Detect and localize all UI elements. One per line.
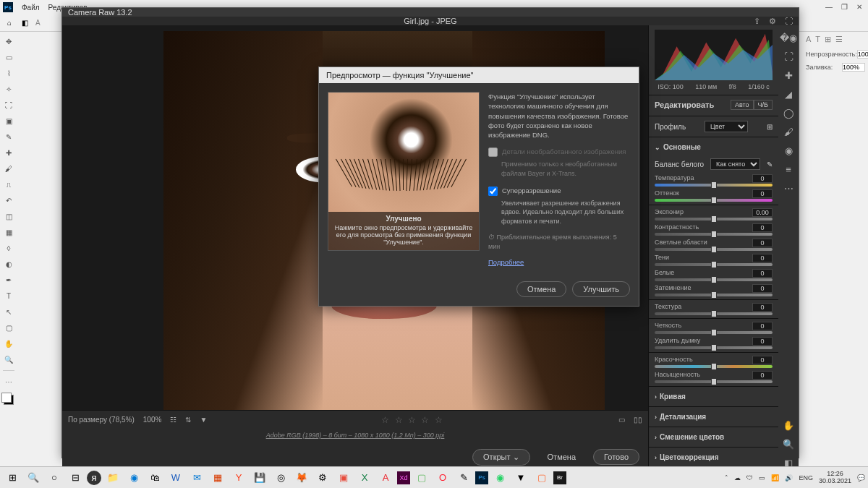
- bw-button[interactable]: Ч/Б: [754, 100, 773, 110]
- section-Цветокоррекция[interactable]: Цветокоррекция: [649, 449, 778, 466]
- frame-tool-icon[interactable]: ▣: [2, 114, 15, 127]
- histogram[interactable]: [655, 30, 773, 80]
- auto-button[interactable]: Авто: [731, 100, 754, 110]
- app4-icon[interactable]: ▢: [532, 468, 551, 487]
- fullscreen-icon[interactable]: ⛶: [785, 17, 793, 26]
- rating-stars[interactable]: ☆ ☆ ☆ ☆ ☆: [381, 415, 443, 425]
- mask-tab-icon[interactable]: ◢: [782, 87, 795, 100]
- slider-vib[interactable]: Красочность0: [649, 354, 778, 369]
- search-icon[interactable]: 🔍: [24, 468, 43, 487]
- marquee-tool-icon[interactable]: ▭: [2, 51, 15, 64]
- section-basic[interactable]: Основные: [649, 139, 778, 155]
- cortana-icon[interactable]: ○: [45, 468, 64, 487]
- dodge-tool-icon[interactable]: ◐: [2, 257, 15, 270]
- profile-select[interactable]: Цвет: [705, 121, 748, 132]
- opera-icon[interactable]: O: [433, 468, 452, 487]
- edit-toolbar-icon[interactable]: ⋯: [2, 375, 15, 388]
- history-brush-icon[interactable]: ↶: [2, 194, 15, 207]
- start-icon[interactable]: ⊞: [3, 468, 22, 487]
- tray-wifi-icon[interactable]: 📶: [771, 474, 779, 481]
- close-button[interactable]: ✕: [856, 3, 862, 11]
- heal-tool-icon[interactable]: ✚: [2, 146, 15, 159]
- whatsapp-icon[interactable]: ◉: [490, 468, 509, 487]
- slider-black[interactable]: Затемнение0: [649, 283, 778, 298]
- slider-sat[interactable]: Насыщенность0: [649, 369, 778, 385]
- compare-icon[interactable]: ▭: [618, 416, 625, 424]
- word-icon[interactable]: W: [166, 468, 185, 487]
- cr-image-info[interactable]: Adobe RGB (1998) – 8 бит – 1080 x 1080 (…: [62, 429, 648, 445]
- brush-tool-icon[interactable]: 🖌: [2, 162, 15, 175]
- open-button[interactable]: Открыт ⌄: [472, 449, 530, 466]
- cancel-button[interactable]: Отмена: [537, 450, 586, 464]
- slider-dehaze[interactable]: Удалить дымку0: [649, 335, 778, 351]
- dialog-enhance-button[interactable]: Улучшить: [572, 281, 630, 297]
- section-Кривая[interactable]: Кривая: [649, 388, 778, 405]
- heal-tab-icon[interactable]: ✚: [782, 69, 795, 82]
- done-button[interactable]: Готово: [593, 449, 639, 465]
- learn-more-link[interactable]: Подробнее: [488, 258, 524, 266]
- glyph-panel-icon[interactable]: ⊞: [825, 35, 831, 44]
- slider-white[interactable]: Белые0: [649, 267, 778, 283]
- explorer-icon[interactable]: 📁: [103, 468, 122, 487]
- zoom-fit-label[interactable]: По размеру (78,5%): [68, 416, 135, 424]
- slider-clar[interactable]: Четкость0: [649, 320, 778, 335]
- tray-volume-icon[interactable]: 🔊: [785, 474, 793, 481]
- path-tool-icon[interactable]: ↖: [2, 305, 15, 318]
- stamp-tool-icon[interactable]: ⎍: [2, 178, 15, 191]
- excel-icon[interactable]: X: [355, 468, 374, 487]
- taskview-icon[interactable]: ⊟: [66, 468, 85, 487]
- app3-icon[interactable]: ▼: [511, 468, 530, 487]
- tray-battery-icon[interactable]: ▭: [759, 474, 765, 481]
- wb-select[interactable]: Как снято: [710, 158, 760, 170]
- eraser-tool-icon[interactable]: ◫: [2, 210, 15, 223]
- slider-tex[interactable]: Текстура0: [649, 301, 778, 317]
- lasso-tool-icon[interactable]: ⌇: [2, 67, 15, 80]
- crop-tool-icon[interactable]: ⛶: [2, 98, 15, 111]
- hand-icon[interactable]: ✋: [782, 419, 795, 432]
- section-Детализация[interactable]: Детализация: [649, 408, 778, 425]
- acrobat-icon[interactable]: A: [376, 468, 395, 487]
- br-icon[interactable]: Br: [553, 471, 566, 484]
- maximize-button[interactable]: ❐: [841, 3, 848, 11]
- tray-clock[interactable]: 12:2630.03.2021: [819, 471, 851, 485]
- brush-tab-icon[interactable]: 🖌: [782, 125, 795, 138]
- fill-input[interactable]: [842, 63, 865, 72]
- slider-contrast[interactable]: Контрастность0: [649, 222, 778, 237]
- redeye-tab-icon[interactable]: ◉: [782, 144, 795, 157]
- opacity-input[interactable]: [857, 50, 868, 59]
- type-tool-icon[interactable]: T: [2, 289, 15, 302]
- tray-up-icon[interactable]: ˄: [725, 474, 728, 481]
- more-tab-icon[interactable]: ⋯: [782, 181, 795, 194]
- more-panel-icon[interactable]: ☰: [835, 35, 843, 44]
- menu-file[interactable]: Файл: [22, 4, 40, 12]
- totalcmd-icon[interactable]: 💾: [250, 468, 269, 487]
- wb-picker-icon[interactable]: ✎: [767, 160, 773, 168]
- profile-browse-icon[interactable]: ⊞: [767, 123, 773, 131]
- sort-icon[interactable]: ⇅: [185, 416, 191, 424]
- zoom-icon[interactable]: 🔍: [782, 437, 795, 450]
- export-icon[interactable]: ⇪: [754, 17, 760, 26]
- pen-tool-icon[interactable]: ✒: [2, 273, 15, 286]
- section-Смешение цветов[interactable]: Смешение цветов: [649, 429, 778, 445]
- camtasia-icon[interactable]: ▢: [412, 468, 431, 487]
- tray-lang[interactable]: ENG: [799, 474, 813, 481]
- slider-high[interactable]: Светлые области0: [649, 237, 778, 252]
- mail-icon[interactable]: ✉: [187, 468, 206, 487]
- wand-tool-icon[interactable]: ✧: [2, 82, 15, 95]
- eyedropper-tool-icon[interactable]: ✎: [2, 130, 15, 143]
- char-panel-icon[interactable]: A: [806, 35, 811, 44]
- ps-taskbar-icon[interactable]: Ps: [475, 471, 488, 484]
- y-icon[interactable]: Y: [229, 468, 248, 487]
- settings-icon[interactable]: ⚙: [313, 468, 332, 487]
- tray-notif-icon[interactable]: 💬: [857, 474, 865, 481]
- tray-onedrive-icon[interactable]: ☁: [734, 474, 741, 481]
- settings-icon[interactable]: ⚙: [769, 17, 776, 26]
- gradient-tool-icon[interactable]: ▦: [2, 226, 15, 239]
- yandex-icon[interactable]: я: [87, 471, 101, 485]
- filter-icon[interactable]: ▼: [200, 416, 207, 424]
- store-icon[interactable]: 🛍: [145, 468, 164, 487]
- super-res-checkbox[interactable]: [488, 187, 498, 196]
- dialog-cancel-button[interactable]: Отмена: [516, 281, 566, 297]
- radial-tab-icon[interactable]: ◯: [782, 106, 795, 119]
- home-icon[interactable]: ⌂: [4, 18, 14, 28]
